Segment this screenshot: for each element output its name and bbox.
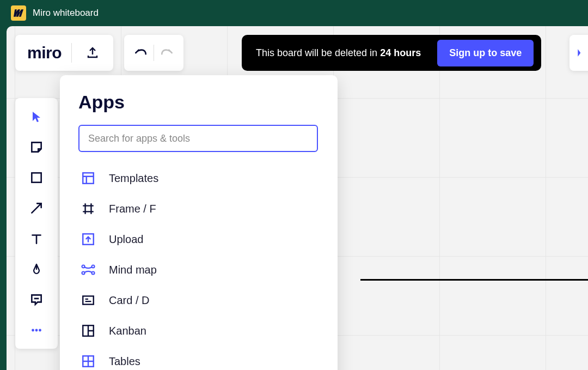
apps-search-input[interactable] xyxy=(88,133,308,144)
app-area: miro This board will be deleted in 24 ho… xyxy=(7,26,588,370)
select-tool[interactable] xyxy=(24,107,48,126)
svg-rect-0 xyxy=(32,173,41,182)
svg-point-2 xyxy=(35,329,38,332)
frame-icon xyxy=(81,201,96,216)
pen-tool[interactable] xyxy=(24,259,48,279)
history-toolbar xyxy=(124,35,183,71)
divider xyxy=(71,43,72,63)
app-item-label: Frame / F xyxy=(109,203,156,215)
svg-rect-10 xyxy=(83,296,94,304)
tab-title: Miro whiteboard xyxy=(33,8,99,19)
app-item-frame[interactable]: Frame / F xyxy=(78,196,319,222)
svg-point-3 xyxy=(39,329,41,332)
miro-tab-icon xyxy=(11,5,26,21)
miro-logo[interactable]: miro xyxy=(27,44,62,62)
canvas-drawn-line[interactable] xyxy=(360,279,588,281)
app-item-label: Upload xyxy=(109,233,143,246)
comment-tool[interactable] xyxy=(24,290,48,310)
divider xyxy=(154,45,154,61)
banner-prefix: This board will be deleted in xyxy=(256,47,380,58)
signup-banner: This board will be deleted in 24 hours S… xyxy=(242,35,541,71)
app-item-label: Tables xyxy=(109,355,140,368)
svg-rect-4 xyxy=(83,173,94,184)
svg-point-1 xyxy=(32,329,34,332)
app-item-upload[interactable]: Upload xyxy=(78,226,319,252)
redo-button[interactable] xyxy=(156,42,178,64)
apps-panel-title: Apps xyxy=(78,92,319,113)
mindmap-icon xyxy=(81,262,96,277)
shape-tool[interactable] xyxy=(24,168,48,187)
app-item-card[interactable]: Card / D xyxy=(78,287,319,313)
apps-panel: Apps Templates Frame / F Upload xyxy=(60,75,338,370)
app-item-label: Kanban xyxy=(109,325,146,337)
app-item-label: Mind map xyxy=(109,264,157,276)
text-tool[interactable] xyxy=(24,229,48,248)
logo-toolbar: miro xyxy=(15,35,113,71)
templates-icon xyxy=(81,171,96,186)
banner-text: This board will be deleted in 24 hours xyxy=(256,47,421,59)
export-button[interactable] xyxy=(82,42,103,64)
apps-list: Templates Frame / F Upload Mind map xyxy=(78,165,319,370)
app-item-templates[interactable]: Templates xyxy=(78,165,319,191)
more-tools-button[interactable] xyxy=(24,320,48,340)
tables-icon xyxy=(81,354,96,369)
app-item-label: Templates xyxy=(109,172,158,185)
signup-button[interactable]: Sign up to save xyxy=(437,40,534,66)
banner-time: 24 hours xyxy=(380,47,421,58)
kanban-icon xyxy=(81,323,96,338)
card-icon xyxy=(81,293,96,308)
upload-app-icon xyxy=(81,232,96,247)
app-item-kanban[interactable]: Kanban xyxy=(78,318,319,344)
sticky-note-tool[interactable] xyxy=(24,137,48,157)
app-item-label: Card / D xyxy=(109,294,149,307)
app-item-tables[interactable]: Tables xyxy=(78,348,319,370)
right-edge-panel[interactable] xyxy=(569,35,588,71)
arrow-tool[interactable] xyxy=(24,198,48,218)
undo-button[interactable] xyxy=(130,42,151,64)
browser-tab-bar: Miro whiteboard xyxy=(0,0,588,26)
side-toolbar xyxy=(15,98,58,349)
apps-search-box[interactable] xyxy=(78,125,318,152)
app-item-mindmap[interactable]: Mind map xyxy=(78,257,319,283)
